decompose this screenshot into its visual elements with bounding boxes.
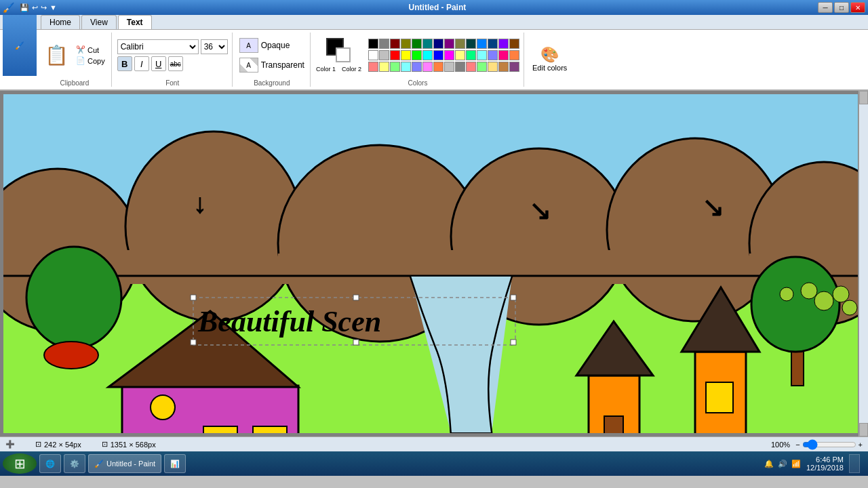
strikethrough-button[interactable]: abc: [168, 56, 183, 71]
font-size-select[interactable]: 36 12 18 24 48: [201, 39, 228, 54]
swatch-lightgreen[interactable]: [390, 62, 400, 72]
cut-button[interactable]: ✂️ Cut: [74, 45, 107, 55]
swatch-darkteal[interactable]: [466, 39, 476, 49]
quick-access-redo[interactable]: ↪: [41, 3, 47, 12]
start-button[interactable]: ⊞: [3, 453, 37, 474]
swatch-navy[interactable]: [433, 39, 443, 49]
swatch-palegreen[interactable]: [477, 62, 487, 72]
quick-access-undo[interactable]: ↩: [32, 3, 38, 12]
title-bar-title: Untitled - Paint: [409, 3, 467, 12]
swatch-purple[interactable]: [444, 39, 454, 49]
handle-tr[interactable]: [511, 295, 516, 300]
italic-button[interactable]: I: [134, 56, 149, 71]
swatch-green[interactable]: [412, 39, 422, 49]
taskbar-chrome[interactable]: ⚙️: [64, 454, 85, 473]
edit-colors-bottom: [530, 85, 570, 87]
swatch-gray[interactable]: [379, 39, 389, 49]
tab-home[interactable]: Home: [41, 15, 80, 29]
swatch-periwinkle[interactable]: [488, 50, 498, 60]
swatch-plum[interactable]: [509, 62, 519, 72]
font-group: Calibri Arial Times New Roman 36 12 18 2…: [113, 33, 233, 87]
maximize-button[interactable]: □: [834, 2, 849, 13]
transparent-option[interactable]: A Transparent: [238, 56, 306, 74]
text-beautiful-scen[interactable]: Beautiful Scen: [197, 305, 381, 338]
dot-5: [780, 287, 793, 301]
swatch-medgray[interactable]: [455, 62, 465, 72]
zoom-in-icon[interactable]: +: [859, 441, 863, 449]
mountain-2: [125, 131, 302, 321]
bold-button[interactable]: B: [117, 56, 132, 71]
clock[interactable]: 6:46 PM 12/19/2018: [806, 455, 844, 472]
taskbar-office[interactable]: 📊: [164, 454, 186, 473]
opaque-option[interactable]: A Opaque: [238, 37, 306, 54]
edit-colors-button[interactable]: 🎨 Edit colors: [530, 43, 570, 75]
swatch-tan[interactable]: [498, 62, 509, 72]
house-left-circle-window: [151, 395, 175, 420]
title-bar: 🖌️ 💾 ↩ ↪ ▼ Untitled - Paint ─ □ ✕: [0, 0, 868, 15]
scrollbar-thumb-bottom[interactable]: [859, 423, 868, 436]
swatch-pink[interactable]: [422, 62, 433, 72]
scrollbar-thumb-top[interactable]: [859, 91, 868, 104]
ribbon-tabs: 🖌️ Home View Text: [0, 15, 868, 30]
swatch-lightorange[interactable]: [433, 62, 443, 72]
swatch-lightblue2[interactable]: [401, 62, 411, 72]
swatch-darkyellow[interactable]: [455, 39, 465, 49]
handle-tm[interactable]: [353, 295, 359, 300]
swatch-magenta[interactable]: [444, 50, 454, 60]
tray-volume-icon[interactable]: 🔊: [778, 460, 787, 468]
taskbar-paint[interactable]: 🖌️ Untitled - Paint: [88, 454, 161, 473]
tab-text[interactable]: Text: [118, 15, 152, 29]
taskbar-ie[interactable]: 🌐: [39, 454, 61, 473]
swatch-red[interactable]: [390, 50, 400, 60]
swatch-cream[interactable]: [379, 62, 389, 72]
swatch-silver[interactable]: [379, 50, 389, 60]
swatch-lavender[interactable]: [412, 62, 422, 72]
swatch-salmon[interactable]: [368, 62, 378, 72]
swatch-orange[interactable]: [509, 50, 519, 60]
swatch-brightblue[interactable]: [433, 50, 443, 60]
close-button[interactable]: ✕: [850, 2, 865, 13]
swatch-yellow[interactable]: [401, 50, 411, 60]
swatch-lime[interactable]: [412, 50, 422, 60]
font-name-select[interactable]: Calibri Arial Times New Roman: [117, 39, 199, 54]
color1-display[interactable]: [326, 38, 351, 62]
font-label: Font: [117, 78, 228, 87]
swatch-rose[interactable]: [498, 50, 509, 60]
swatch-paleyellow[interactable]: [488, 62, 498, 72]
show-desktop-button[interactable]: [849, 454, 860, 473]
swatch-teal[interactable]: [422, 39, 433, 49]
drawing-svg[interactable]: ↓ ↘ ↘: [3, 94, 858, 433]
swatch-lightcyan[interactable]: [477, 50, 487, 60]
tray-network-icon[interactable]: 📶: [791, 460, 801, 468]
swatch-mint[interactable]: [466, 50, 476, 60]
tab-view[interactable]: View: [81, 15, 117, 29]
swatch-lightsalmon[interactable]: [466, 62, 476, 72]
handle-bm[interactable]: [353, 340, 359, 345]
zoom-out-icon[interactable]: −: [795, 441, 800, 449]
swatch-lightyellow[interactable]: [455, 50, 465, 60]
paint-menu-button[interactable]: 🖌️: [3, 15, 37, 76]
paste-button[interactable]: 📋: [42, 41, 71, 69]
underline-button[interactable]: U: [151, 56, 166, 71]
add-button[interactable]: ➕: [5, 440, 15, 449]
swatch-blue[interactable]: [477, 39, 487, 49]
minimize-button[interactable]: ─: [818, 2, 833, 13]
quick-access-dropdown[interactable]: ▼: [50, 3, 57, 12]
swatch-violet[interactable]: [498, 39, 509, 49]
copy-button[interactable]: 📄 Copy: [74, 56, 107, 66]
swatch-cyan[interactable]: [422, 50, 433, 60]
swatch-brown[interactable]: [509, 39, 519, 49]
handle-bl[interactable]: [191, 340, 196, 345]
swatch-lightgray[interactable]: [444, 62, 454, 72]
handle-br[interactable]: [511, 340, 516, 345]
swatch-black[interactable]: [368, 39, 378, 49]
vertical-scrollbar[interactable]: [859, 91, 868, 436]
swatch-olive[interactable]: [401, 39, 411, 49]
swatch-darkblue[interactable]: [488, 39, 498, 49]
clipboard-content: 📋 ✂️ Cut 📄 Copy: [42, 33, 107, 78]
swatch-white[interactable]: [368, 50, 378, 60]
handle-tl[interactable]: [191, 295, 196, 300]
swatch-darkred[interactable]: [390, 39, 400, 49]
quick-access-save[interactable]: 💾: [20, 3, 29, 12]
zoom-slider[interactable]: [802, 439, 856, 450]
